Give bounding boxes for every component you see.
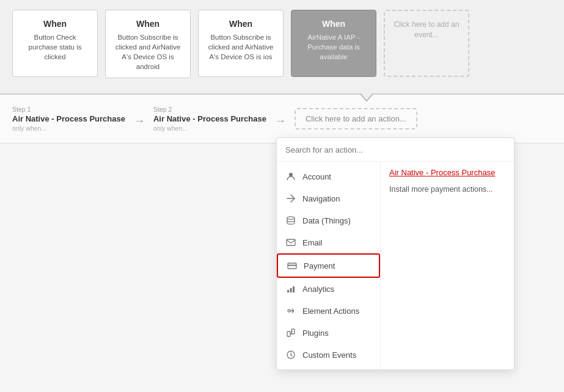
category-plugins-label: Plugins xyxy=(302,328,329,338)
when-card-3[interactable]: When Button Subscribe is clicked and Air… xyxy=(198,10,284,77)
payment-icon xyxy=(287,260,298,271)
step-2-num: Step 2 xyxy=(153,106,266,113)
category-element[interactable]: Element Actions xyxy=(277,300,380,322)
category-payment[interactable]: Payment xyxy=(277,253,380,278)
svg-rect-6 xyxy=(290,288,292,292)
action-dropdown: Account Navigation xyxy=(276,137,515,370)
svg-rect-4 xyxy=(288,265,296,266)
svg-rect-9 xyxy=(287,332,290,336)
when-card-3-label: When xyxy=(229,19,252,29)
step-2-sub: only when... xyxy=(153,125,266,132)
step-1-sub: only when... xyxy=(12,125,125,132)
pointer-triangle-fill xyxy=(361,93,373,100)
step-1-title: Air Native - Process Purchase xyxy=(12,114,125,123)
person-icon xyxy=(285,171,296,182)
add-action-button[interactable]: Click here to add an action... xyxy=(295,108,417,129)
step-2-title: Air Native - Process Purchase xyxy=(153,114,266,123)
category-custom-label: Custom Events xyxy=(302,350,356,360)
custom-icon xyxy=(285,349,296,360)
when-card-4-label: When xyxy=(322,19,345,29)
search-box[interactable] xyxy=(277,138,514,162)
category-list: Account Navigation xyxy=(277,162,381,369)
when-card-2-desc: Button Subscribe is clicked and AirNativ… xyxy=(112,32,184,71)
category-data-label: Data (Things) xyxy=(302,216,351,225)
svg-rect-2 xyxy=(287,239,295,245)
when-card-add-label: Click here to add an event... xyxy=(391,20,462,40)
action-install-more[interactable]: Install more payment actions... xyxy=(389,185,493,194)
category-email[interactable]: Email xyxy=(277,231,380,253)
category-navigation[interactable]: Navigation xyxy=(277,187,380,209)
svg-rect-7 xyxy=(293,286,295,292)
svg-point-1 xyxy=(287,217,295,219)
when-card-1[interactable]: When Button Check purchase statu is clic… xyxy=(12,10,98,77)
category-analytics[interactable]: Analytics xyxy=(277,278,380,300)
category-analytics-label: Analytics xyxy=(302,285,334,294)
step-arrow-1: → xyxy=(134,115,145,128)
step-1[interactable]: Step 1 Air Native - Process Purchase onl… xyxy=(12,106,125,132)
when-card-1-desc: Button Check purchase statu is clicked xyxy=(19,32,91,62)
action-airnative-process[interactable]: Air Native - Process Purchase xyxy=(389,168,505,177)
email-icon xyxy=(285,237,296,248)
when-card-2[interactable]: When Button Subscribe is clicked and Air… xyxy=(105,10,191,78)
actions-list: Air Native - Process Purchase Install mo… xyxy=(381,162,514,369)
when-card-3-desc: Button Subscribe is clicked and AirNativ… xyxy=(205,32,277,62)
when-cards-section: When Button Check purchase statu is clic… xyxy=(0,0,564,95)
svg-point-0 xyxy=(289,173,293,176)
plugins-icon xyxy=(285,327,296,338)
when-card-1-label: When xyxy=(43,19,67,29)
when-card-4[interactable]: When AirNative A IAP - Purchase data is … xyxy=(291,10,376,77)
category-email-label: Email xyxy=(302,238,323,247)
when-card-4-desc: AirNative A IAP - Purchase data is avail… xyxy=(298,32,370,62)
step-arrow-2: → xyxy=(275,115,286,128)
nav-icon xyxy=(285,193,296,204)
category-plugins[interactable]: Plugins xyxy=(277,322,380,344)
dropdown-body: Account Navigation xyxy=(277,162,514,369)
category-payment-label: Payment xyxy=(304,261,335,270)
category-account[interactable]: Account xyxy=(277,165,380,187)
step-1-num: Step 1 xyxy=(12,106,125,113)
analytics-icon xyxy=(285,283,296,294)
category-account-label: Account xyxy=(302,172,331,181)
svg-rect-5 xyxy=(287,290,289,292)
category-data[interactable]: Data (Things) xyxy=(277,209,380,231)
category-element-label: Element Actions xyxy=(302,307,359,316)
element-icon xyxy=(285,305,296,316)
steps-section: Step 1 Air Native - Process Purchase onl… xyxy=(0,95,564,143)
category-navigation-label: Navigation xyxy=(302,194,340,203)
step-2[interactable]: Step 2 Air Native - Process Purchase onl… xyxy=(153,106,266,132)
search-input[interactable] xyxy=(285,145,505,154)
when-cards-container: When Button Check purchase statu is clic… xyxy=(12,10,469,78)
when-card-2-label: When xyxy=(136,19,159,29)
data-icon xyxy=(285,215,296,226)
when-card-add[interactable]: Click here to add an event... xyxy=(384,10,469,77)
category-custom[interactable]: Custom Events xyxy=(277,344,380,366)
